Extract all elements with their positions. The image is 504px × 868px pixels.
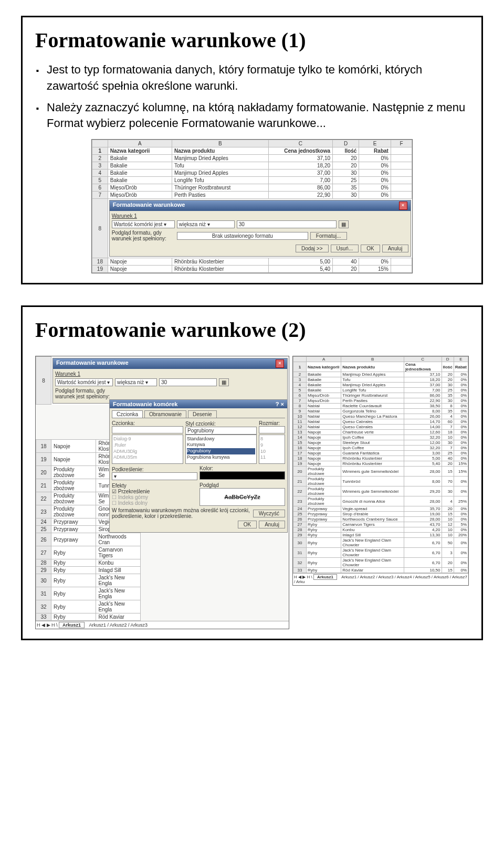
bullet-1: Jest to typ formatowania danych, który f… (44, 62, 469, 94)
cell[interactable]: 0% (359, 258, 391, 266)
tab-font[interactable]: Czcionka (112, 410, 143, 418)
tab-fill[interactable]: Desenie (188, 410, 217, 418)
cell[interactable]: Longlife Tofu (172, 177, 268, 184)
slide2-title: Formatowanie warunkowe (2) (35, 317, 469, 342)
cell[interactable]: Perth Pasties (172, 192, 268, 199)
excel-screenshot-2-left: 8 Formatowanie warunkowe × Warunek 1 War… (35, 356, 289, 629)
format-note: W formatowaniu warunkowym można określić… (112, 507, 251, 519)
cell[interactable]: 86,00 (268, 184, 332, 192)
cell[interactable]: Tofu (172, 162, 268, 170)
ok-button[interactable]: OK (238, 521, 257, 528)
cell[interactable]: 22,90 (268, 192, 332, 199)
cell[interactable]: 20 (333, 162, 359, 170)
size-input[interactable] (259, 426, 285, 433)
cell[interactable]: 37,00 (268, 170, 332, 177)
add-button[interactable]: Dodaj >> (296, 245, 329, 252)
style-input[interactable]: Pogrubiony (185, 427, 257, 435)
operator-select[interactable]: większa niż ▾ (177, 220, 235, 228)
strike-checkbox[interactable]: ☑ Przekreślenie (112, 489, 197, 494)
cell[interactable]: Bakalie (108, 155, 172, 162)
operator-select[interactable]: większa niż ▾ (115, 378, 157, 386)
cell[interactable]: 20 (333, 266, 359, 273)
cell[interactable]: 5,40 (268, 266, 332, 273)
help-icon[interactable]: ? × (276, 401, 284, 407)
cell[interactable]: Mięso/Drób (108, 184, 172, 192)
cell[interactable]: 20 (333, 155, 359, 162)
color-select[interactable] (200, 471, 285, 480)
clear-button[interactable]: Wyczyść (253, 510, 285, 517)
cell[interactable]: 0% (359, 192, 391, 199)
cell[interactable]: 0% (359, 184, 391, 192)
font-label: Czcionka: (112, 420, 183, 426)
dialog-titlebar: Formatowanie warunkowe × (53, 358, 287, 369)
cell[interactable]: 0% (359, 177, 391, 184)
style-listbox[interactable]: StandardowyKursywaPogrubionyPogrubiona k… (185, 435, 257, 464)
sheet-tabs-right[interactable]: H ◀ ▶ H \ Arkusz1 Arkusz1 / Arkusz2 / Ar… (293, 573, 468, 585)
hdr-qty: Ilość (333, 147, 359, 155)
conditional-formatting-dialog: Formatowanie warunkowe × Warunek 1 Warto… (109, 200, 411, 257)
condition-type-select[interactable]: Wartość komórki jest ▾ (55, 378, 113, 386)
cell[interactable]: Manjimup Dried Apples (172, 155, 268, 162)
hdr-prod: Nazwa produktu (172, 147, 268, 155)
sheet-tabs[interactable]: H ◀ ▶ H \ Arkusz1 Arkusz1 / Arkusz2 / Ar… (36, 621, 289, 629)
slide1-title: Formatowanie warunkowe (1) (35, 28, 469, 52)
slide-1: Formatowanie warunkowe (1) Jest to typ f… (21, 16, 483, 284)
cell[interactable]: 0% (359, 162, 391, 170)
close-icon[interactable]: × (399, 202, 407, 210)
ok-button[interactable]: OK (361, 245, 380, 252)
subscript-checkbox: ☐ Indeks dolny (112, 500, 197, 506)
preview-label: Podgląd formatu, gdy warunek jest spełni… (55, 388, 113, 399)
cell[interactable]: Bakalie (108, 177, 172, 184)
cell[interactable]: 0% (359, 170, 391, 177)
cell[interactable]: 0% (359, 155, 391, 162)
size-listbox[interactable]: 891011 (259, 435, 285, 464)
hdr-price: Cena jednostkowa (268, 147, 332, 155)
cancel-button[interactable]: Anuluj (259, 521, 285, 528)
hdr-disc: Rabat (359, 147, 391, 155)
delete-button[interactable]: Usuń... (331, 245, 359, 252)
hdr-cat: Nazwa kategorii (108, 147, 172, 155)
underline-label: Podkreślenie: (112, 467, 197, 472)
range-picker-icon[interactable]: ▦ (219, 378, 229, 386)
color-label: Kolor: (200, 465, 285, 471)
condition-label: Warunek 1 (112, 213, 408, 219)
cell[interactable]: 15% (359, 266, 391, 273)
style-label: Styl czcionki: (185, 421, 257, 427)
condition-label: Warunek 1 (55, 371, 285, 377)
format-button[interactable]: Formatuj... (310, 232, 347, 240)
cell[interactable]: Thüringer Rostbratwurst (172, 184, 268, 192)
cell[interactable]: 37,10 (268, 155, 332, 162)
cell[interactable]: 30 (333, 170, 359, 177)
dialog-title: Formatowanie komórek (113, 401, 177, 407)
cell[interactable]: Rhönbräu Klosterbier (172, 258, 268, 266)
cell[interactable]: Bakalie (108, 170, 172, 177)
cell[interactable]: Napoje (108, 258, 172, 266)
cell[interactable]: Manjimup Dried Apples (172, 170, 268, 177)
cell[interactable]: 35 (333, 184, 359, 192)
cell[interactable]: Bakalie (108, 162, 172, 170)
cell[interactable]: 7,00 (268, 177, 332, 184)
underline-select[interactable]: ▾ (112, 472, 197, 480)
font-listbox[interactable]: Dialog-9.RulerADMU3DlgADMU3Sm (112, 435, 183, 464)
preview-label: Podgląd formatu, gdy warunek jest spełni… (112, 230, 175, 241)
value-input[interactable]: 30 (159, 378, 217, 386)
cell[interactable]: Mięso/Drób (108, 192, 172, 199)
cell[interactable]: 18,20 (268, 162, 332, 170)
format-cells-dialog: Formatowanie komórek ? × Czcionka Obramo… (109, 399, 288, 533)
condition-type-select[interactable]: Wartość komórki jest ▾ (112, 220, 175, 228)
cell[interactable]: Rhönbräu Klosterbier (172, 266, 268, 273)
dialog-title: Formatowanie warunkowe (113, 202, 185, 210)
cell[interactable]: Napoje (108, 266, 172, 273)
close-icon[interactable]: × (276, 359, 284, 368)
cell[interactable]: 40 (333, 258, 359, 266)
tab-border[interactable]: Obramowanie (144, 410, 186, 418)
value-input[interactable]: 30 (237, 220, 337, 228)
cell[interactable]: 30 (333, 192, 359, 199)
cell[interactable]: 5,00 (268, 258, 332, 266)
cancel-button[interactable]: Anuluj (382, 245, 408, 252)
cell[interactable]: 25 (333, 177, 359, 184)
size-label: Rozmiar: (259, 420, 285, 426)
font-input[interactable] (112, 426, 183, 433)
col-a: A (108, 140, 172, 147)
range-picker-icon[interactable]: ▦ (339, 220, 349, 228)
